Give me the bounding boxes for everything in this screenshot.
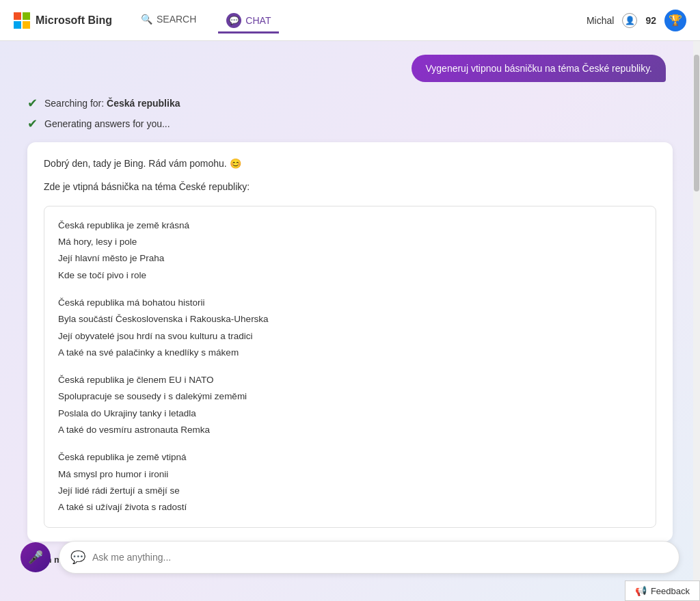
poem-line: Spolupracuje se sousedy i s dalekými zem… bbox=[58, 388, 642, 405]
poem-line: Česká republika má bohatou historii bbox=[58, 295, 642, 311]
header: Microsoft Bing 🔍 SEARCH 💬 CHAT Michal 👤 … bbox=[0, 0, 700, 41]
nav-chat[interactable]: 💬 CHAT bbox=[218, 8, 279, 34]
check-icon-2: ✔ bbox=[27, 116, 38, 131]
response-card: Dobrý den, tady je Bing. Rád vám pomohu.… bbox=[27, 142, 673, 542]
poem-stanza-1: Česká republika je země krásná Má hory, … bbox=[58, 217, 642, 284]
user-name: Michal bbox=[587, 15, 614, 26]
poem-line: Její obyvatelé jsou hrdí na svou kulturu… bbox=[58, 328, 642, 345]
poem-line: A také do vesmíru astronauta Remka bbox=[58, 422, 642, 438]
logo-area: Microsoft Bing bbox=[14, 12, 112, 29]
feedback-button[interactable]: 📢 Feedback bbox=[625, 580, 700, 601]
poem-line: A také na své palačinky a knedlíky s mák… bbox=[58, 345, 642, 361]
poem-line: Její lidé rádi žertují a smějí se bbox=[58, 483, 642, 499]
nav-chat-label: CHAT bbox=[245, 15, 271, 26]
poem-line: Česká republika je země krásná bbox=[58, 217, 642, 234]
feedback-label: Feedback bbox=[651, 586, 690, 596]
nav-search[interactable]: 🔍 SEARCH bbox=[133, 8, 204, 32]
user-score: 92 bbox=[645, 15, 656, 26]
poem-line: Česká republika je země vtipná bbox=[58, 449, 642, 466]
chat-search-icon: 💬 bbox=[70, 550, 85, 565]
check-icon-1: ✔ bbox=[27, 96, 38, 111]
status-search-text: Searching for: Česká republika bbox=[44, 98, 180, 109]
poem-stanza-2: Česká republika má bohatou historii Byla… bbox=[58, 295, 642, 361]
main-content: Vygeneruj vtipnou básničku na téma České… bbox=[0, 41, 700, 601]
nav-bar: 🔍 SEARCH 💬 CHAT bbox=[133, 8, 279, 34]
status-generating-text: Generating answers for you... bbox=[44, 118, 170, 129]
chat-nav-icon: 💬 bbox=[226, 13, 241, 28]
reward-icon[interactable]: 🏆 bbox=[664, 10, 686, 31]
feedback-icon: 📢 bbox=[635, 585, 647, 596]
ask-input[interactable] bbox=[92, 552, 668, 563]
header-right: Michal 👤 92 🏆 bbox=[587, 10, 686, 31]
user-avatar-icon[interactable]: 👤 bbox=[622, 13, 637, 28]
search-box[interactable]: 💬 bbox=[59, 541, 679, 574]
search-nav-icon: 🔍 bbox=[141, 14, 152, 25]
response-intro: Dobrý den, tady je Bing. Rád vám pomohu.… bbox=[44, 156, 656, 171]
poem-line: Má smysl pro humor i ironii bbox=[58, 466, 642, 483]
poem-stanza-3: Česká republika je členem EU i NATO Spol… bbox=[58, 372, 642, 438]
poem-line: Česká republika je členem EU i NATO bbox=[58, 372, 642, 388]
nav-search-label: SEARCH bbox=[157, 14, 196, 25]
poem-line: Její hlavní město je Praha bbox=[58, 250, 642, 267]
user-bubble: Vygeneruj vtipnou básničku na téma České… bbox=[412, 55, 666, 82]
poem-line: Kde se točí pivo i role bbox=[58, 267, 642, 284]
input-bar: 🎤 💬 bbox=[21, 541, 679, 574]
poem-line: Byla součástí Československa i Rakouska-… bbox=[58, 311, 642, 328]
status-searching: ✔ Searching for: Česká republika bbox=[27, 96, 673, 111]
response-subtitle: Zde je vtipná básnička na téma České rep… bbox=[44, 179, 656, 194]
microsoft-logo bbox=[14, 12, 30, 29]
poem-stanza-4: Česká republika je země vtipná Má smysl … bbox=[58, 449, 642, 516]
poem-line: Poslala do Ukrajiny tanky i letadla bbox=[58, 405, 642, 422]
mic-button[interactable]: 🎤 bbox=[21, 542, 51, 572]
user-message-container: Vygeneruj vtipnou básničku na téma České… bbox=[27, 55, 673, 82]
status-generating: ✔ Generating answers for you... bbox=[27, 116, 673, 131]
poem-box: Česká republika je země krásná Má hory, … bbox=[44, 206, 656, 528]
status-items: ✔ Searching for: Česká republika ✔ Gener… bbox=[27, 96, 673, 131]
poem-line: A také si užívají života s radostí bbox=[58, 499, 642, 516]
poem-line: Má hory, lesy i pole bbox=[58, 234, 642, 250]
brand-name: Microsoft Bing bbox=[36, 14, 112, 27]
